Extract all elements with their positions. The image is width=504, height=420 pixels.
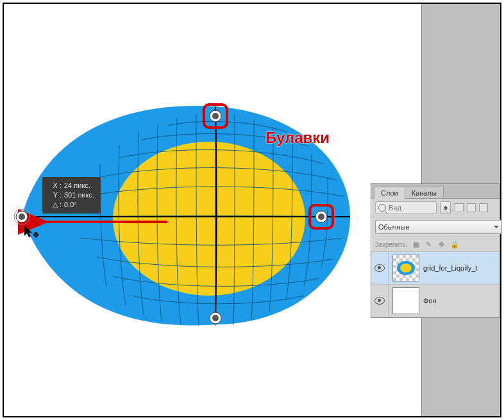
pin-top[interactable] [210,110,221,122]
coord-angle-value: 0,0° [64,200,77,210]
eye-icon [374,297,385,305]
callout-pins-label: Булавки [265,129,330,147]
eye-icon [374,264,385,272]
app-frame: Булавки X : 24 пикс. Y : 301 пикс. △ : 0… [3,3,501,417]
layer-filter-placeholder: Вид [389,204,401,212]
yellow-shape [113,142,305,296]
pin-right[interactable] [315,211,327,223]
pin-left-active[interactable] [14,209,29,224]
blend-mode-value: Обычные [378,223,410,231]
document-canvas[interactable]: Булавки X : 24 пикс. Y : 301 пикс. △ : 0… [4,4,422,416]
coord-y-value: 301 пикс. [64,190,94,200]
svg-point-2 [212,113,219,119]
tab-layers[interactable]: Слои [374,187,405,199]
filter-icon-1[interactable] [455,203,464,212]
layer-thumbnail[interactable] [392,287,419,314]
svg-point-4 [318,214,324,220]
layer-item-background[interactable]: Фон [371,285,500,317]
lock-all-icon[interactable]: 🔒 [450,240,459,249]
layer-thumbnail[interactable] [392,255,419,281]
coord-x-value: 24 пикс. [64,181,90,190]
svg-point-8 [19,214,25,220]
coord-x-label: X : [47,181,62,190]
transform-readout: X : 24 пикс. Y : 301 пикс. △ : 0,0° [42,177,101,214]
layer-filter-row: Вид [371,199,500,217]
coord-y-label: Y : [47,190,62,200]
layer-list: grid_for_Liquify_t Фон [371,252,500,317]
tab-channels[interactable]: Каналы [405,187,444,198]
lock-transparency-icon[interactable]: ▦ [412,240,421,249]
filter-icon-2[interactable] [467,203,476,212]
filter-type-icons [455,203,488,212]
lock-label: Закрепить: [375,241,408,248]
lock-position-icon[interactable]: ✥ [437,240,446,249]
svg-point-6 [212,315,219,321]
lock-row: Закрепить: ▦ ✎ ✥ 🔒 [371,237,500,252]
layer-item-grid[interactable]: grid_for_Liquify_t [371,252,500,285]
filter-dropdown-toggle[interactable] [441,201,451,214]
filter-icon-3[interactable] [479,203,488,212]
layer-name: grid_for_Liquify_t [423,264,477,272]
blend-mode-row: Обычные [371,217,500,237]
blend-mode-select[interactable]: Обычные [375,220,502,234]
panel-tabs: Слои Каналы [371,184,500,199]
layer-visibility-toggle[interactable] [371,285,389,317]
search-icon [378,204,386,212]
lock-pixels-icon[interactable]: ✎ [424,240,433,249]
layer-filter-field[interactable]: Вид [375,201,437,214]
pin-bottom[interactable] [210,312,221,324]
layer-name: Фон [423,297,437,305]
layers-panel: Слои Каналы Вид Обычные Закрепить: ▦ [371,183,500,318]
layer-visibility-toggle[interactable] [371,252,389,284]
coord-angle-label: △ : [47,200,62,210]
